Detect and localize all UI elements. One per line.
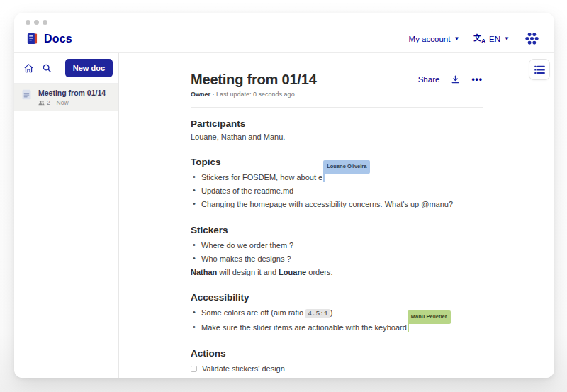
participants-text[interactable]: Louane, Nathan and Manu. bbox=[191, 132, 483, 142]
topics-list: Stickers for FOSDEM, how about eLouane O… bbox=[191, 170, 483, 211]
list-item[interactable]: Where do we order them ? bbox=[191, 238, 483, 252]
translate-icon: 文A bbox=[473, 33, 485, 44]
collab-cursor-louane: Louane Oliveira bbox=[323, 173, 325, 182]
text-caret bbox=[286, 133, 286, 141]
document-meta: Owner · Last update: 0 seconds ago bbox=[191, 91, 483, 98]
section-heading-accessibility[interactable]: Accessibility bbox=[191, 292, 483, 303]
app-window: Docs My account ▼ 文A EN ▼ bbox=[14, 13, 554, 378]
download-button[interactable] bbox=[451, 74, 460, 84]
header-divider bbox=[191, 107, 483, 108]
list-icon bbox=[534, 65, 545, 74]
app-logo[interactable]: Docs bbox=[26, 32, 72, 45]
download-icon bbox=[451, 74, 460, 84]
la-suite-apps-button[interactable] bbox=[524, 30, 540, 47]
language-dropdown[interactable]: 文A EN ▼ bbox=[473, 33, 510, 44]
todo-checkbox[interactable] bbox=[191, 366, 197, 372]
document-header: Meeting from 01/14 Share ••• bbox=[191, 72, 483, 88]
document-title[interactable]: Meeting from 01/14 bbox=[191, 72, 317, 88]
chevron-down-icon: ▼ bbox=[454, 35, 459, 42]
sidebar: New doc Meeting from 01/14 bbox=[14, 53, 119, 378]
sidebar-doc-item-title: Meeting from 01/14 bbox=[38, 89, 106, 98]
members-icon bbox=[38, 100, 45, 106]
document-editor[interactable]: Meeting from 01/14 Share ••• bbox=[191, 72, 483, 378]
collab-cursor-manu: Manu Pelletier bbox=[408, 323, 409, 332]
section-heading-stickers[interactable]: Stickers bbox=[191, 225, 483, 235]
my-account-dropdown[interactable]: My account ▼ bbox=[409, 35, 460, 43]
app-name: Docs bbox=[44, 33, 72, 45]
editor-main: Meeting from 01/14 Share ••• bbox=[119, 53, 554, 378]
section-heading-participants[interactable]: Participants bbox=[191, 118, 483, 129]
app-header: Docs My account ▼ 文A EN ▼ bbox=[14, 13, 554, 53]
list-item[interactable]: Make sure the slider items are actionabl… bbox=[191, 320, 483, 334]
language-label: EN bbox=[489, 35, 500, 43]
updated-ago: Now bbox=[57, 99, 69, 106]
window-control-dot[interactable] bbox=[26, 20, 30, 25]
todo-list: Validate stickers' design Merge the read… bbox=[191, 362, 483, 378]
inline-code: 4.5:1 bbox=[305, 309, 330, 318]
sidebar-toolbar: New doc bbox=[14, 53, 118, 84]
window-controls[interactable] bbox=[26, 20, 47, 25]
readme-link[interactable]: readme.md bbox=[240, 378, 279, 379]
stickers-list: Where do we order them ? Who makes the d… bbox=[191, 238, 483, 265]
search-icon bbox=[42, 63, 52, 73]
section-heading-actions[interactable]: Actions bbox=[191, 348, 483, 359]
waffle-icon bbox=[524, 30, 540, 47]
share-button[interactable]: Share bbox=[418, 75, 440, 84]
list-item[interactable]: Changing the homepage with accessibility… bbox=[191, 197, 483, 211]
sidebar-doc-item-meta: 2 · Now bbox=[38, 99, 106, 106]
list-item[interactable]: Who makes the designs ? bbox=[191, 252, 483, 265]
collab-cursor-label: Manu Pelletier bbox=[408, 310, 451, 324]
my-account-label: My account bbox=[409, 35, 451, 43]
document-actions: Share ••• bbox=[418, 74, 483, 84]
meta-separator: · bbox=[213, 91, 215, 98]
stickers-note[interactable]: Nathan will design it and Louane orders. bbox=[191, 267, 483, 278]
list-item[interactable]: Stickers for FOSDEM, how about eLouane O… bbox=[191, 170, 483, 184]
sidebar-doc-item[interactable]: Meeting from 01/14 2 · Now bbox=[14, 84, 118, 111]
last-update-text: Last update: 0 seconds ago bbox=[216, 91, 295, 98]
collab-cursor-label: Louane Oliveira bbox=[323, 160, 370, 174]
header-right-group: My account ▼ 文A EN ▼ bbox=[409, 30, 540, 47]
search-button[interactable] bbox=[42, 63, 52, 73]
meta-separator: · bbox=[52, 99, 55, 106]
home-icon bbox=[23, 63, 34, 74]
home-button[interactable] bbox=[23, 63, 34, 74]
sidebar-doc-item-text: Meeting from 01/14 2 · Now bbox=[38, 89, 106, 106]
table-of-contents-button[interactable] bbox=[529, 59, 550, 80]
new-doc-button[interactable]: New doc bbox=[65, 59, 113, 77]
document-file-icon bbox=[21, 89, 33, 101]
owner-badge: Owner bbox=[191, 91, 210, 98]
app-body: New doc Meeting from 01/14 bbox=[14, 53, 554, 378]
docs-logo-icon bbox=[26, 32, 39, 45]
list-item[interactable]: Updates of the readme.md bbox=[191, 184, 483, 197]
more-options-button[interactable]: ••• bbox=[471, 76, 483, 83]
todo-item[interactable]: Validate stickers' design bbox=[191, 362, 483, 375]
todo-item[interactable]: Merge the readme.md update. The readme i… bbox=[191, 375, 483, 378]
window-control-dot[interactable] bbox=[34, 20, 39, 25]
window-control-dot[interactable] bbox=[43, 20, 47, 25]
chevron-down-icon: ▼ bbox=[504, 35, 510, 42]
accessibility-list: Some colors are off (aim ratio 4.5:1) Ma… bbox=[191, 306, 483, 334]
member-count: 2 bbox=[47, 99, 50, 106]
